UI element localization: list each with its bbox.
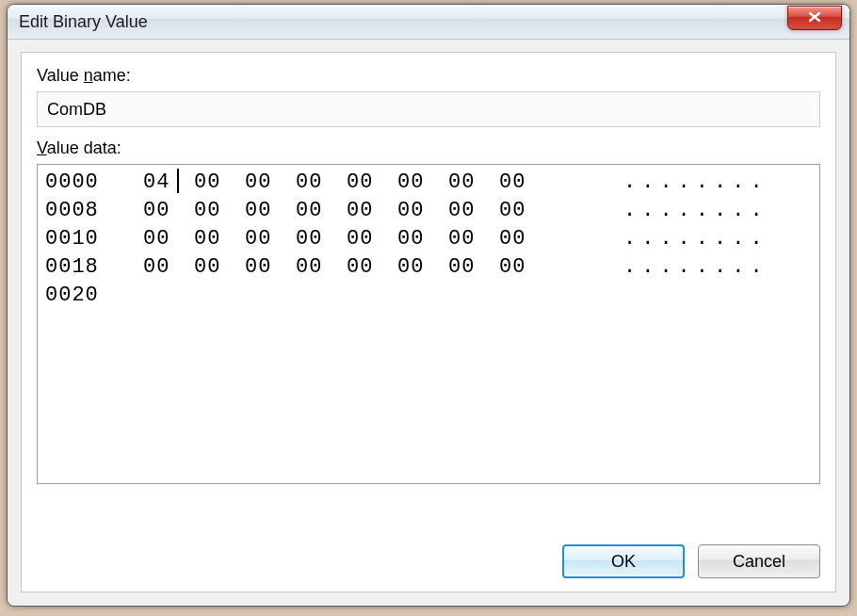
hex-byte[interactable]: 00 — [245, 225, 296, 253]
hex-byte[interactable]: 00 — [143, 253, 194, 282]
caret — [177, 169, 179, 193]
hex-ascii — [623, 282, 812, 310]
hex-editor[interactable]: 00000400000000000000........000800000000… — [37, 164, 820, 484]
client-area: Value name: Value data: 0000040000000000… — [21, 52, 836, 592]
hex-offset: 0020 — [45, 282, 143, 310]
hex-bytes: 0000000000000000 — [143, 197, 623, 225]
hex-offset: 0010 — [45, 225, 143, 253]
hex-byte[interactable]: 00 — [499, 225, 550, 253]
value-name-input[interactable] — [37, 91, 820, 127]
hex-byte[interactable]: 00 — [347, 169, 397, 197]
dialog-buttons: OK Cancel — [562, 544, 820, 578]
hex-byte[interactable]: 00 — [194, 197, 245, 225]
hex-byte[interactable]: 00 — [499, 197, 550, 225]
hex-byte[interactable]: 00 — [397, 225, 448, 253]
close-icon — [807, 10, 822, 26]
hex-offset: 0000 — [45, 169, 143, 197]
window-title: Edit Binary Value — [8, 12, 787, 32]
hex-row: 00100000000000000000........ — [45, 225, 812, 253]
hex-byte[interactable]: 00 — [194, 225, 245, 253]
hex-ascii: ........ — [623, 253, 812, 282]
value-data-label: Value data: — [37, 138, 820, 158]
hex-byte[interactable]: 00 — [448, 253, 499, 282]
hex-byte[interactable]: 00 — [296, 197, 347, 225]
hex-byte[interactable]: 00 — [397, 197, 448, 225]
hex-byte[interactable]: 00 — [143, 225, 194, 253]
hex-row: 00080000000000000000........ — [45, 197, 812, 225]
hex-byte[interactable]: 00 — [194, 169, 245, 197]
dialog-window: Edit Binary Value Value name: Value data… — [7, 4, 850, 607]
cancel-button[interactable]: Cancel — [698, 544, 820, 578]
hex-bytes: 0000000000000000 — [143, 253, 623, 282]
hex-row: 0020 — [45, 282, 812, 310]
hex-byte[interactable]: 04 — [143, 169, 194, 197]
hex-byte[interactable]: 00 — [499, 253, 550, 282]
ok-button[interactable]: OK — [562, 544, 685, 578]
hex-byte[interactable]: 00 — [347, 253, 397, 282]
hex-byte[interactable]: 00 — [245, 253, 296, 282]
hex-ascii: ........ — [623, 197, 812, 225]
titlebar: Edit Binary Value — [8, 5, 849, 40]
hex-byte[interactable]: 00 — [347, 225, 397, 253]
hex-offset: 0008 — [45, 197, 143, 225]
hex-byte[interactable]: 00 — [448, 169, 499, 197]
hex-offset: 0018 — [45, 253, 143, 282]
hex-byte[interactable]: 00 — [397, 253, 448, 282]
hex-byte[interactable]: 00 — [448, 197, 499, 225]
hex-row: 00180000000000000000........ — [45, 253, 812, 282]
hex-ascii: ........ — [623, 225, 812, 253]
hex-byte[interactable]: 00 — [448, 225, 499, 253]
hex-byte[interactable]: 00 — [347, 197, 397, 225]
hex-bytes — [143, 282, 623, 310]
close-button[interactable] — [787, 6, 842, 30]
hex-row: 00000400000000000000........ — [45, 169, 812, 197]
hex-byte[interactable]: 00 — [245, 169, 296, 197]
hex-bytes: 0400000000000000 — [143, 169, 623, 197]
hex-byte[interactable]: 00 — [397, 169, 448, 197]
hex-byte[interactable]: 00 — [499, 169, 550, 197]
hex-ascii: ........ — [623, 169, 812, 197]
hex-byte[interactable]: 00 — [245, 197, 296, 225]
hex-byte[interactable]: 00 — [296, 253, 347, 282]
hex-byte[interactable]: 00 — [296, 225, 347, 253]
hex-byte[interactable]: 00 — [194, 253, 245, 282]
value-name-label: Value name: — [37, 66, 820, 86]
hex-byte[interactable]: 00 — [143, 197, 194, 225]
hex-byte[interactable]: 00 — [296, 169, 347, 197]
hex-bytes: 0000000000000000 — [143, 225, 623, 253]
